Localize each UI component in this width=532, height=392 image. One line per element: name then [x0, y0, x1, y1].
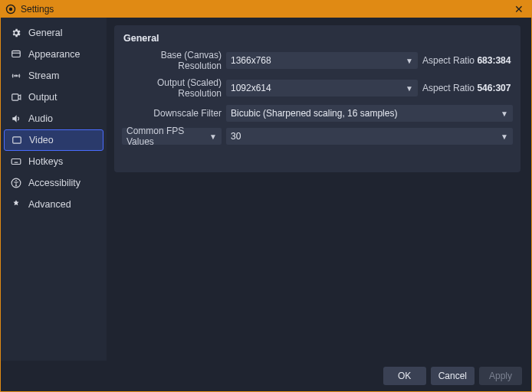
- window-title: Settings: [21, 4, 54, 15]
- svg-rect-5: [13, 137, 21, 143]
- audio-icon: [10, 113, 22, 125]
- apply-button[interactable]: Apply: [479, 367, 522, 385]
- sidebar: General Appearance Stream Output: [1, 18, 107, 361]
- sidebar-item-hotkeys[interactable]: Hotkeys: [1, 151, 107, 172]
- sidebar-item-label: Hotkeys: [28, 156, 63, 167]
- output-icon: [10, 91, 22, 103]
- downscale-filter-row: Downscale Filter Bicubic (Sharpened scal…: [122, 105, 513, 122]
- svg-rect-2: [12, 51, 21, 57]
- sidebar-item-label: General: [28, 28, 62, 38]
- keyboard-icon: [10, 155, 22, 168]
- window-body: General Appearance Stream Output: [1, 18, 531, 361]
- downscale-filter-label: Downscale Filter: [122, 108, 222, 119]
- chevron-down-icon: ▼: [501, 132, 508, 141]
- sidebar-item-audio[interactable]: Audio: [1, 108, 107, 129]
- output-resolution-value: 1092x614: [231, 83, 271, 93]
- panel-title: General: [122, 33, 513, 44]
- gear-icon: [10, 27, 22, 39]
- appearance-icon: [10, 48, 22, 60]
- base-resolution-label: Base (Canvas) Resolution: [122, 50, 222, 71]
- downscale-filter-value: Bicubic (Sharpened scaling, 16 samples): [231, 108, 397, 119]
- sidebar-item-accessibility[interactable]: Accessibility: [1, 172, 107, 194]
- output-resolution-row: Output (Scaled) Resolution 1092x614 ▼ As…: [122, 77, 513, 99]
- fps-row: Common FPS Values ▼ 30 ▼: [122, 128, 513, 145]
- sidebar-item-advanced[interactable]: Advanced: [1, 194, 107, 215]
- sidebar-item-label: Output: [28, 92, 57, 103]
- svg-point-8: [15, 180, 17, 181]
- output-resolution-combo[interactable]: 1092x614 ▼: [226, 80, 418, 96]
- fps-type-label: Common FPS Values: [126, 126, 205, 147]
- fps-value: 30: [231, 131, 241, 142]
- advanced-icon: [10, 198, 22, 211]
- video-general-panel: General Base (Canvas) Resolution 1366x76…: [114, 25, 521, 172]
- sidebar-item-output[interactable]: Output: [1, 87, 107, 108]
- video-icon: [11, 134, 23, 146]
- downscale-filter-combo[interactable]: Bicubic (Sharpened scaling, 16 samples) …: [226, 105, 513, 122]
- sidebar-item-appearance[interactable]: Appearance: [1, 44, 107, 65]
- chevron-down-icon: ▼: [501, 109, 508, 118]
- chevron-down-icon: ▼: [406, 84, 413, 93]
- close-button[interactable]: ✕: [511, 3, 527, 15]
- base-resolution-row: Base (Canvas) Resolution 1366x768 ▼ Aspe…: [122, 50, 513, 71]
- svg-rect-4: [12, 94, 18, 100]
- cancel-button[interactable]: Cancel: [431, 367, 475, 385]
- sidebar-item-general[interactable]: General: [1, 22, 107, 44]
- sidebar-item-label: Accessibility: [28, 178, 80, 188]
- settings-window: Settings ✕ General Appearance: [0, 0, 532, 392]
- sidebar-item-label: Stream: [28, 70, 59, 81]
- stream-icon: [10, 70, 22, 82]
- fps-type-combo[interactable]: Common FPS Values ▼: [122, 128, 222, 145]
- svg-point-3: [15, 75, 17, 77]
- svg-point-1: [9, 8, 12, 11]
- main-content: General Base (Canvas) Resolution 1366x76…: [107, 18, 531, 361]
- footer: OK Cancel Apply: [1, 361, 531, 391]
- titlebar: Settings ✕: [1, 1, 531, 18]
- fps-value-combo[interactable]: 30 ▼: [226, 128, 513, 145]
- ok-button[interactable]: OK: [383, 367, 426, 385]
- base-aspect-ratio: Aspect Ratio 683:384: [422, 55, 513, 66]
- output-resolution-label: Output (Scaled) Resolution: [122, 77, 222, 99]
- chevron-down-icon: ▼: [406, 57, 413, 65]
- accessibility-icon: [10, 177, 22, 189]
- sidebar-item-label: Appearance: [28, 49, 80, 60]
- sidebar-item-stream[interactable]: Stream: [1, 65, 107, 87]
- output-aspect-ratio: Aspect Ratio 546:307: [422, 83, 513, 93]
- sidebar-item-label: Video: [29, 135, 54, 145]
- sidebar-item-label: Advanced: [28, 199, 71, 210]
- app-icon: [5, 4, 16, 15]
- svg-rect-6: [11, 159, 21, 165]
- base-resolution-value: 1366x768: [231, 55, 271, 66]
- sidebar-item-video[interactable]: Video: [4, 129, 103, 151]
- base-resolution-combo[interactable]: 1366x768 ▼: [226, 52, 418, 69]
- chevron-down-icon: ▼: [209, 132, 217, 141]
- sidebar-item-label: Audio: [28, 113, 53, 124]
